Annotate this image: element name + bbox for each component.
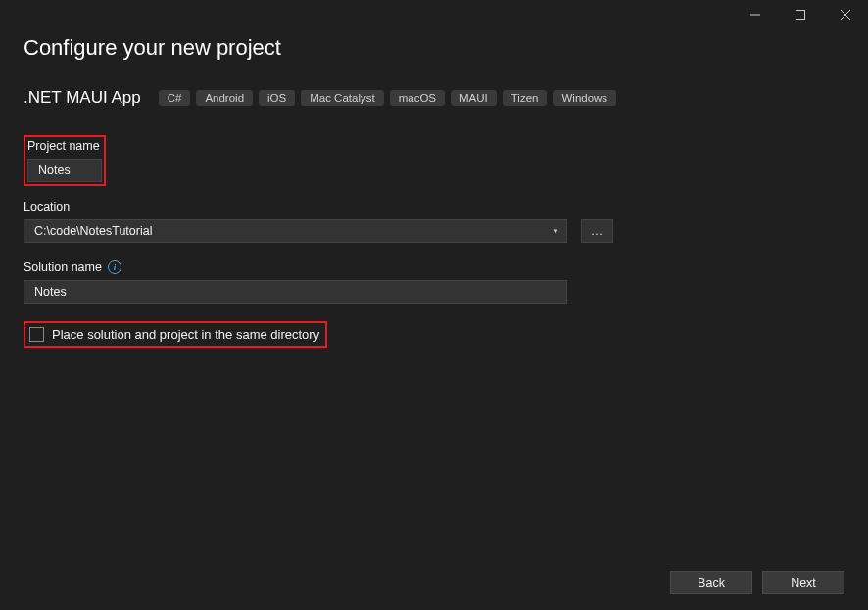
solution-name-label-text: Solution name (24, 260, 102, 274)
project-name-field: Project name (24, 135, 844, 186)
location-field: Location ▼ ... (24, 200, 844, 243)
page-title: Configure your new project (24, 35, 844, 61)
tag-android: Android (196, 90, 253, 106)
solution-name-field: Solution name i (24, 260, 844, 304)
svg-rect-1 (796, 11, 805, 20)
browse-button[interactable]: ... (581, 219, 613, 243)
back-button[interactable]: Back (670, 571, 752, 594)
footer: Back Next (670, 571, 844, 594)
minimize-button[interactable] (733, 0, 778, 29)
titlebar (0, 0, 868, 29)
tag-mac-catalyst: Mac Catalyst (301, 90, 383, 106)
subtitle-row: .NET MAUI App C# Android iOS Mac Catalys… (24, 88, 844, 108)
project-name-input[interactable] (27, 159, 102, 182)
tag-csharp: C# (159, 90, 191, 106)
info-icon[interactable]: i (108, 260, 121, 274)
close-button[interactable] (823, 0, 868, 29)
tag-list: C# Android iOS Mac Catalyst macOS MAUI T… (159, 90, 616, 106)
solution-name-input[interactable] (24, 280, 567, 304)
next-button[interactable]: Next (762, 571, 844, 594)
same-directory-row[interactable]: Place solution and project in the same d… (24, 321, 327, 348)
location-input[interactable] (24, 219, 567, 243)
location-label: Location (24, 200, 844, 213)
same-directory-label: Place solution and project in the same d… (52, 327, 319, 342)
project-name-label: Project name (27, 139, 100, 153)
maximize-button[interactable] (778, 0, 823, 29)
tag-windows: Windows (553, 90, 616, 106)
same-directory-checkbox[interactable] (29, 327, 44, 342)
solution-name-label: Solution name i (24, 260, 844, 274)
template-name: .NET MAUI App (24, 88, 141, 108)
tag-ios: iOS (259, 90, 295, 106)
tag-tizen: Tizen (503, 90, 548, 106)
tag-macos: macOS (390, 90, 445, 106)
tag-maui: MAUI (451, 90, 497, 106)
content-area: Configure your new project .NET MAUI App… (0, 29, 868, 348)
